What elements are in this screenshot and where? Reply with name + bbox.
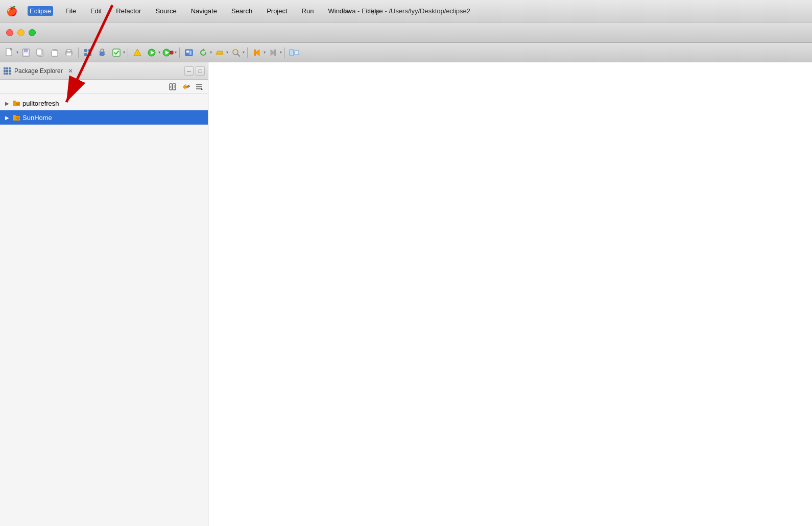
close-button[interactable] [6,29,13,36]
svg-text:!: ! [136,51,137,56]
save-button[interactable] [19,46,33,59]
nav-back-dropdown-arrow[interactable]: ▾ [264,50,266,55]
panel-minimize-button[interactable]: ─ [184,66,194,76]
nav-back-button[interactable] [250,46,264,59]
panel-header: Package Explorer ✕ ─ □ [0,62,208,80]
svg-rect-48 [9,70,11,72]
tree-item-sunhome[interactable]: ▶ SunHome [0,110,208,125]
tree-item-label-pulltorefresh: pulltorefresh [22,100,59,107]
svg-rect-32 [189,51,192,55]
open-button[interactable] [213,46,226,59]
nav-back-group[interactable]: ▾ [250,46,266,59]
svg-rect-17 [88,49,91,52]
open-button-group[interactable]: ▾ [213,46,228,59]
package-view-button[interactable] [81,46,94,59]
svg-rect-11 [52,51,58,56]
svg-rect-61 [13,101,16,102]
collapse-all-button[interactable] [167,81,178,92]
project-folder-icon-sunhome [12,113,20,122]
package-explorer-tree[interactable]: ▶ pulltorefresh ▶ S [0,94,208,526]
paste-button[interactable] [48,46,61,59]
window-title: Java - Eclipse - /Users/lyy/Desktop/ecli… [342,7,470,15]
tree-item-pulltorefresh[interactable]: ▶ pulltorefresh [0,96,208,110]
traffic-lights-bar [0,22,812,43]
perspective-button[interactable] [288,46,301,59]
menu-refactor[interactable]: Refactor [114,6,143,16]
toolbar-separator-5 [284,47,285,58]
svg-rect-42 [295,51,299,55]
svg-rect-50 [6,73,8,75]
menu-search[interactable]: Search [229,6,254,16]
maximize-button[interactable] [29,29,36,36]
menu-project[interactable]: Project [265,6,289,16]
svg-point-20 [101,49,104,52]
nav-forward-button[interactable] [267,46,280,59]
main-toolbar: ▾ ▾ ! ▾ ▾ [0,43,812,62]
search-dropdown-arrow[interactable]: ▾ [243,50,245,55]
validate-button-group[interactable]: ▾ [110,46,125,59]
run-config-dropdown-arrow[interactable]: ▾ [175,50,177,55]
external-tool-button[interactable]: ! [131,46,144,59]
run-config-button-group[interactable]: ▾ [161,46,177,59]
new-file-button[interactable] [3,46,16,59]
apple-menu[interactable]: 🍎 [6,6,17,17]
menu-run[interactable]: Run [300,6,316,16]
svg-rect-43 [4,67,6,69]
svg-rect-38 [254,50,256,56]
panel-close-button[interactable]: ✕ [66,66,75,76]
editor-area[interactable] [208,62,812,526]
debug-button[interactable] [95,46,109,59]
svg-rect-45 [9,67,11,69]
svg-rect-21 [100,52,104,56]
refresh-dropdown-arrow[interactable]: ▾ [210,50,212,55]
nav-forward-dropdown-arrow[interactable]: ▾ [280,50,282,55]
toolbar-separator-1 [78,47,79,58]
new-button-group[interactable]: ▾ [3,46,18,59]
project-folder-icon-pulltorefresh [12,99,20,107]
svg-rect-18 [84,53,87,56]
expand-arrow-pulltorefresh[interactable]: ▶ [4,100,10,106]
panel-toolbar [0,80,208,94]
run-button-group[interactable]: ▾ [145,46,160,59]
panel-maximize-button[interactable]: □ [196,66,205,76]
svg-rect-47 [6,70,8,72]
svg-rect-64 [13,115,16,116]
copy-button[interactable] [34,46,47,59]
menu-items: Eclipse File Edit Refactor Source Naviga… [28,6,381,16]
run-config-button[interactable] [161,46,175,59]
nav-forward-group[interactable]: ▾ [267,46,282,59]
toolbar-separator-2 [128,47,128,58]
view-menu-button[interactable] [194,81,205,92]
validate-button[interactable] [110,46,123,59]
menu-source[interactable]: Source [153,6,178,16]
package-explorer-icon [3,67,11,75]
svg-rect-29 [170,51,173,54]
expand-arrow-sunhome[interactable]: ▶ [4,114,10,121]
svg-rect-34 [216,53,223,55]
link-with-editor-button[interactable] [180,81,192,92]
run-dropdown-arrow[interactable]: ▾ [158,50,160,55]
run-button[interactable] [145,46,158,59]
svg-marker-59 [201,88,203,90]
open-dropdown-arrow[interactable]: ▾ [226,50,228,55]
svg-rect-44 [6,67,8,69]
toolbar-separator-4 [247,47,248,58]
menu-file[interactable]: File [63,6,78,16]
validate-dropdown-arrow[interactable]: ▾ [123,50,125,55]
menu-eclipse[interactable]: Eclipse [28,6,53,16]
main-content: Package Explorer ✕ ─ □ [0,62,812,526]
minimize-button[interactable] [17,29,25,36]
svg-line-36 [237,54,240,56]
refresh-button-group[interactable]: ▾ [197,46,212,59]
svg-rect-46 [4,70,6,72]
print-button[interactable] [62,46,76,59]
menu-navigate[interactable]: Navigate [189,6,219,16]
svg-rect-41 [290,50,294,56]
menu-edit[interactable]: Edit [88,6,104,16]
svg-rect-40 [274,50,276,56]
search-button[interactable] [229,46,243,59]
search-button-group[interactable]: ▾ [229,46,245,59]
refresh-button[interactable] [197,46,210,59]
build-button[interactable] [182,46,196,59]
new-dropdown-arrow[interactable]: ▾ [16,50,18,55]
